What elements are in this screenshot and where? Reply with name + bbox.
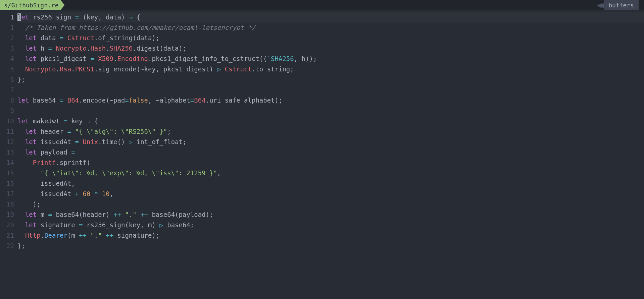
- line-number: 10: [0, 116, 14, 126]
- line-number: 5: [0, 64, 14, 74]
- line-number: 15: [0, 168, 14, 178]
- code-line[interactable]: Http.Bearer(m ++ "." ++ signature);: [17, 230, 644, 241]
- code-line[interactable]: Nocrypto.Rsa.PKCS1.sig_encode(~key, pkcs…: [17, 64, 644, 74]
- line-number: 6: [0, 74, 14, 85]
- buffers-section: ◀◀ buffers: [597, 0, 644, 10]
- line-number: 2: [0, 33, 14, 43]
- tab-bar: s/GithubSign.re ◀◀ buffers: [0, 0, 644, 10]
- code-area[interactable]: let rs256_sign = (key, data) ⇒ { /* Take…: [17, 12, 644, 251]
- line-number: 21: [0, 230, 14, 241]
- line-number: 1: [0, 12, 14, 22]
- code-line[interactable]: let issuedAt = Unix.time() ▷ int_of_floa…: [17, 137, 644, 147]
- code-line[interactable]: [17, 85, 644, 95]
- line-number: 9: [0, 106, 14, 116]
- cursor: l: [17, 13, 21, 21]
- buffers-button[interactable]: buffers: [604, 0, 639, 10]
- line-number: 3: [0, 43, 14, 54]
- code-line[interactable]: let payload =: [17, 147, 644, 158]
- code-line[interactable]: let rs256_sign = (key, data) ⇒ {: [17, 12, 644, 22]
- line-number: 7: [0, 85, 14, 95]
- line-number: 18: [0, 199, 14, 210]
- code-line[interactable]: "{ \"iat\": %d, \"exp\": %d, \"iss\": 21…: [17, 168, 644, 178]
- file-tab[interactable]: s/GithubSign.re: [0, 0, 65, 10]
- editor-pane[interactable]: 1 1 2 3 4 5 6 7 8 9 10 11 12 13 14 15 16…: [0, 10, 644, 251]
- line-number-gutter: 1 1 2 3 4 5 6 7 8 9 10 11 12 13 14 15 16…: [0, 12, 17, 251]
- code-line[interactable]: issuedAt,: [17, 178, 644, 189]
- chevron-left-icon[interactable]: ◀◀: [597, 0, 601, 10]
- code-line[interactable]: };: [17, 74, 644, 85]
- line-number: 19: [0, 210, 14, 220]
- code-line[interactable]: let signature = rs256_sign(key, m) ▷ bas…: [17, 220, 644, 230]
- line-number: 20: [0, 220, 14, 230]
- line-number: 13: [0, 147, 14, 158]
- line-number: 11: [0, 126, 14, 137]
- line-number: 14: [0, 158, 14, 168]
- code-line[interactable]: let pkcs1_digest = X509.Encoding.pkcs1_d…: [17, 54, 644, 64]
- code-line[interactable]: let base64 = B64.encode(~pad=false, ~alp…: [17, 95, 644, 106]
- line-number: 8: [0, 95, 14, 106]
- code-line[interactable]: let m = base64(header) ++ "." ++ base64(…: [17, 210, 644, 220]
- code-line[interactable]: let makeJwt = key ⇒ {: [17, 116, 644, 126]
- code-line[interactable]: let data = Cstruct.of_string(data);: [17, 33, 644, 43]
- code-line[interactable]: let h = Nocrypto.Hash.SHA256.digest(data…: [17, 43, 644, 54]
- code-line[interactable]: /* Taken from https://github.com/mmaker/…: [17, 22, 644, 33]
- line-number: 17: [0, 189, 14, 199]
- line-number: 16: [0, 178, 14, 189]
- line-number: 12: [0, 137, 14, 147]
- line-number: 1: [0, 22, 14, 33]
- code-line[interactable]: };: [17, 241, 644, 251]
- code-line[interactable]: Printf.sprintf(: [17, 158, 644, 168]
- line-number: 22: [0, 241, 14, 251]
- code-line[interactable]: );: [17, 199, 644, 210]
- code-line[interactable]: [17, 106, 644, 116]
- code-line[interactable]: let header = "{ \"alg\": \"RS256\" }";: [17, 126, 644, 137]
- code-line[interactable]: issuedAt + 60 * 10,: [17, 189, 644, 199]
- line-number: 4: [0, 54, 14, 64]
